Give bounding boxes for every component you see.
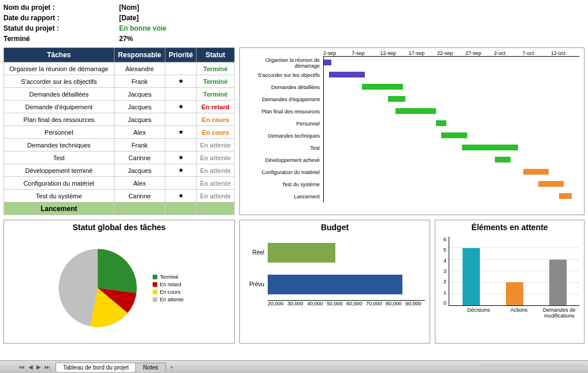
pending-xlabel: Actions: [499, 307, 539, 319]
table-row[interactable]: Demandes détaillées Jacques Terminé: [4, 88, 235, 101]
priority-cell[interactable]: ★: [165, 164, 197, 177]
project-name-value: [Nom]: [119, 2, 139, 13]
owner-cell[interactable]: Jacques: [114, 101, 165, 113]
legend-swatch: [153, 282, 157, 287]
tab-nav-last-icon[interactable]: ⏭: [43, 364, 52, 370]
task-cell[interactable]: Test du système: [4, 190, 114, 202]
budget-tick: 80,000: [386, 301, 405, 306]
status-cell[interactable]: Terminé: [197, 75, 235, 88]
status-cell[interactable]: En attente: [197, 177, 235, 190]
budget-bar: [268, 275, 402, 294]
pending-yaxis: 6543210: [440, 237, 449, 306]
priority-cell[interactable]: ★: [165, 126, 197, 139]
owner-cell[interactable]: Jacques: [114, 164, 165, 177]
owner-cell[interactable]: Carinne: [114, 152, 165, 164]
owner-cell[interactable]: Alexandre: [114, 62, 165, 75]
legend-item: En attente: [153, 297, 183, 302]
priority-cell[interactable]: [165, 62, 197, 75]
status-cell[interactable]: En attente: [197, 190, 235, 202]
priority-cell[interactable]: [165, 113, 197, 126]
status-cell[interactable]: En attente: [197, 164, 235, 177]
gantt-track: [323, 142, 579, 154]
priority-cell[interactable]: [165, 177, 197, 190]
gantt-bar: [441, 132, 467, 138]
task-cell[interactable]: Configuration du matériel: [4, 177, 114, 190]
status-cell[interactable]: En cours: [197, 113, 235, 126]
gantt-tick: 12-sep: [380, 50, 408, 56]
gantt-bar: [495, 157, 511, 163]
pie-title: Statut global des tâches: [4, 220, 234, 233]
table-row[interactable]: Test Carinne ★ En attente: [4, 152, 235, 164]
table-row[interactable]: Test du système Carinne ★ En attente: [4, 190, 235, 202]
done-label: Terminé: [3, 34, 119, 44]
gantt-track: [323, 154, 579, 166]
priority-cell[interactable]: ★: [165, 190, 197, 202]
table-row[interactable]: Développement terminé Jacques ★ En atten…: [4, 164, 235, 177]
table-row[interactable]: Organiser la réunion de démarrage Alexan…: [4, 62, 235, 75]
status-cell[interactable]: En cours: [197, 126, 235, 139]
legend-item: Terminé: [153, 274, 183, 280]
task-cell[interactable]: Organiser la réunion de démarrage: [4, 62, 114, 75]
col-task[interactable]: Tâches: [4, 48, 114, 62]
pending-bar: [506, 282, 523, 305]
tab-nav-first-icon[interactable]: ⏮: [17, 364, 27, 370]
gantt-tick: 12-oct: [551, 50, 579, 56]
task-cell[interactable]: Personnel: [4, 126, 114, 139]
priority-cell[interactable]: ★: [165, 152, 197, 164]
gantt-label: S'accorder sur les objectifs: [242, 72, 323, 78]
owner-cell[interactable]: Jacques: [114, 113, 165, 126]
budget-tick: 40,000: [307, 301, 327, 306]
owner-cell[interactable]: Alex: [114, 177, 165, 190]
owner-cell[interactable]: Frank: [114, 139, 165, 152]
task-cell[interactable]: Test: [4, 152, 114, 164]
tasks-table[interactable]: Tâches Responsable Priorité Statut Organ…: [3, 47, 235, 215]
launch-row[interactable]: Lancement: [4, 202, 235, 215]
tab-notes[interactable]: Notes: [135, 363, 165, 372]
tab-dashboard[interactable]: Tableau de bord du projet: [56, 363, 136, 372]
task-cell[interactable]: Plan final des ressources: [4, 113, 114, 126]
budget-axis: 20,00030,00040,00050,00060,00070,00080,0…: [268, 300, 425, 306]
table-row[interactable]: Demande d'équipement Jacques ★ En retard: [4, 101, 235, 113]
table-row[interactable]: S'accorder sur les objectifs Frank ★ Ter…: [4, 75, 235, 88]
status-cell[interactable]: En attente: [197, 139, 235, 152]
status-cell[interactable]: Terminé: [197, 62, 235, 75]
gantt-label: Demandes techniques: [242, 133, 323, 139]
col-status[interactable]: Statut: [197, 48, 235, 62]
col-priority[interactable]: Priorité: [165, 48, 197, 62]
budget-tick: 70,000: [366, 301, 386, 306]
gantt-label: Test du système: [242, 182, 323, 187]
sheet-tab-strip[interactable]: ⏮ ◀ ▶ ⏭ Tableau de bord du projet Notes …: [0, 360, 588, 373]
owner-cell[interactable]: Jacques: [114, 88, 165, 101]
budget-bar: [268, 243, 335, 263]
table-row[interactable]: Personnel Alex ★ En cours: [4, 126, 235, 139]
priority-cell[interactable]: [165, 88, 197, 101]
priority-cell[interactable]: ★: [165, 101, 197, 113]
tab-add-icon[interactable]: ＋: [165, 363, 178, 371]
legend-swatch: [153, 275, 157, 279]
table-row[interactable]: Plan final des ressources Jacques En cou…: [4, 113, 235, 126]
status-cell[interactable]: En retard: [197, 101, 235, 113]
task-cell[interactable]: Demandes détaillées: [4, 88, 114, 101]
col-owner[interactable]: Responsable: [114, 48, 165, 62]
budget-tick: 50,000: [327, 301, 346, 306]
owner-cell[interactable]: Frank: [114, 75, 165, 88]
table-row[interactable]: Demandes techniques Frank En attente: [4, 139, 235, 152]
status-cell[interactable]: En attente: [197, 152, 235, 164]
priority-cell[interactable]: [165, 139, 197, 152]
launch-cell[interactable]: Lancement: [4, 202, 114, 215]
table-row[interactable]: Configuration du matériel Alex En attent…: [4, 177, 235, 190]
priority-cell[interactable]: ★: [165, 75, 197, 88]
tab-nav-prev-icon[interactable]: ◀: [27, 364, 35, 370]
owner-cell[interactable]: Carinne: [114, 190, 165, 202]
task-cell[interactable]: Développement terminé: [4, 164, 114, 177]
status-cell[interactable]: Terminé: [197, 88, 235, 101]
budget-track: [268, 243, 425, 263]
horizontal-scrollbar[interactable]: [480, 364, 585, 370]
task-cell[interactable]: Demande d'équipement: [4, 101, 114, 113]
tab-nav-next-icon[interactable]: ▶: [35, 364, 43, 370]
task-cell[interactable]: S'accorder sur les objectifs: [4, 75, 114, 88]
owner-cell[interactable]: Alex: [114, 126, 165, 139]
gantt-track: [323, 166, 579, 178]
gantt-row: Organiser la réunion de démarrage: [242, 57, 579, 69]
task-cell[interactable]: Demandes techniques: [4, 139, 114, 152]
